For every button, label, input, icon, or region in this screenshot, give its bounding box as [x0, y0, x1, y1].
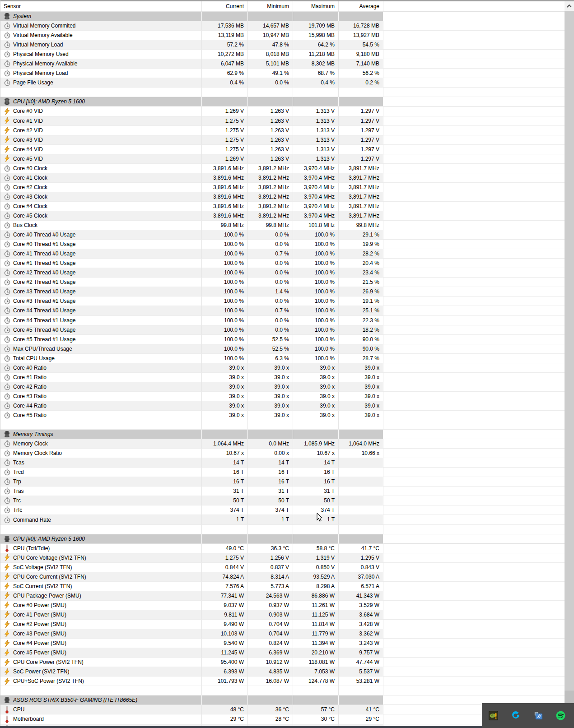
- sensor-row[interactable]: Core #0 VID1.269 V1.263 V1.313 V1.297 V: [0, 107, 565, 116]
- value-cell-maximum: 39.0 x: [293, 392, 339, 401]
- value-cell-minimum: 39.0 x: [248, 401, 293, 411]
- section-header-row[interactable]: CPU [#0]: AMD Ryzen 5 1600: [0, 97, 565, 107]
- sensor-row[interactable]: Core #5 Thread #1 Usage100.0 %52.5 %100.…: [0, 335, 565, 344]
- scrollbar-thumb[interactable]: [565, 11, 574, 692]
- sensor-row[interactable]: Core #4 Power (SMU)9.540 W0.824 W11.394 …: [0, 639, 565, 648]
- sensor-row[interactable]: Core #4 Ratio39.0 x39.0 x39.0 x39.0 x: [0, 401, 565, 411]
- sensor-row[interactable]: Memory Clock Ratio10.67 x0.00 x10.67 x10…: [0, 449, 565, 458]
- row-filler: [383, 382, 565, 392]
- spotify-icon[interactable]: [556, 711, 565, 720]
- sensor-row[interactable]: Core #2 Thread #1 Usage100.0 %0.0 %100.0…: [0, 278, 565, 287]
- value-cell-average: 1,064.0 MHz: [339, 439, 383, 449]
- sensor-row[interactable]: Core #4 Thread #0 Usage100.0 %0.7 %100.0…: [0, 306, 565, 315]
- scroll-up-button[interactable]: [565, 1, 574, 11]
- sensor-row[interactable]: Trp16 T16 T16 T: [0, 477, 565, 487]
- sensor-row[interactable]: Core #5 Clock3,891.6 MHz3,891.2 MHz3,970…: [0, 211, 565, 221]
- vertical-scrollbar[interactable]: [565, 1, 574, 728]
- sensor-row[interactable]: Core #4 Clock3,891.6 MHz3,891.2 MHz3,970…: [0, 202, 565, 211]
- sensor-row[interactable]: Memory Clock1,064.4 MHz0.0 MHz1,085.9 MH…: [0, 439, 565, 449]
- sensor-row[interactable]: Page File Usage0.4 %0.0 %0.4 %0.2 %: [0, 78, 565, 88]
- sensor-row[interactable]: Core #2 Thread #0 Usage100.0 %0.0 %100.0…: [0, 268, 565, 278]
- value-cell-minimum: 36 °C: [248, 705, 293, 714]
- scrollbar-thumb-end[interactable]: [565, 691, 574, 705]
- section-header-row[interactable]: ASUS ROG STRIX B350-F GAMING (ITE IT8665…: [0, 696, 565, 705]
- value-cell-maximum: 100.0 %: [293, 268, 339, 278]
- sensor-row[interactable]: Max CPU/Thread Usage100.0 %52.5 %100.0 %…: [0, 344, 565, 354]
- sensor-row[interactable]: Tras31 T31 T31 T: [0, 487, 565, 496]
- sensor-row[interactable]: SoC Current (SVI2 TFN)7.576 A5.773 A8.29…: [0, 582, 565, 591]
- sensor-row[interactable]: Physical Memory Load62.9 %49.1 %68.7 %56…: [0, 69, 565, 78]
- sensor-row[interactable]: CPU+SoC Power (SVI2 TFN)101.793 W16.087 …: [0, 677, 565, 686]
- sensor-row[interactable]: Command Rate1 T1 T1 T: [0, 515, 565, 524]
- sensor-row[interactable]: Core #5 Power (SMU)11.245 W6.369 W20.210…: [0, 648, 565, 658]
- sensor-row[interactable]: Core #4 Thread #1 Usage100.0 %0.0 %100.0…: [0, 316, 565, 325]
- sensor-row[interactable]: Core #0 Ratio39.0 x39.0 x39.0 x39.0 x: [0, 363, 565, 373]
- sensor-row[interactable]: CPU (Tctl/Tdie)49.0 °C36.3 °C58.8 °C41.7…: [0, 544, 565, 553]
- hardware-alert-icon[interactable]: [489, 711, 498, 720]
- sensor-row[interactable]: Core #0 Thread #1 Usage100.0 %0.0 %100.0…: [0, 240, 565, 249]
- sensor-row[interactable]: Core #3 Thread #1 Usage100.0 %0.0 %100.0…: [0, 297, 565, 306]
- column-header-sensor[interactable]: Sensor: [0, 1, 202, 11]
- sensor-row[interactable]: CPU48 °C36 °C57 °C41 °C: [0, 705, 565, 714]
- value-cell-maximum: 11.125 W: [293, 610, 339, 620]
- value-cell-minimum: 5.773 A: [248, 582, 293, 591]
- sensor-row[interactable]: Total CPU Usage100.0 %6.3 %100.0 %28.7 %: [0, 354, 565, 363]
- section-title: CPU [#0]: AMD Ryzen 5 1600: [13, 97, 85, 106]
- section-header-row[interactable]: System: [0, 12, 565, 21]
- sensor-row[interactable]: Core #0 Power (SMU)9.037 W0.937 W11.261 …: [0, 601, 565, 610]
- section-header-row[interactable]: Memory Timings: [0, 430, 565, 439]
- sensor-row[interactable]: Core #1 Thread #1 Usage100.0 %0.0 %100.0…: [0, 259, 565, 268]
- sensor-row[interactable]: Physical Memory Used10,272 MB8,018 MB11,…: [0, 50, 565, 59]
- sensor-row[interactable]: CPU Core Current (SVI2 TFN)74.824 A8.314…: [0, 572, 565, 582]
- sensor-row[interactable]: Tcas14 T14 T14 T: [0, 458, 565, 468]
- sensor-row[interactable]: Core #4 VID1.275 V1.263 V1.313 V1.297 V: [0, 145, 565, 154]
- sensor-label-cell: Virtual Memory Available: [0, 31, 202, 40]
- sensor-row[interactable]: Bus Clock99.8 MHz99.8 MHz101.8 MHz99.8 M…: [0, 221, 565, 230]
- sensor-row[interactable]: Virtual Memory Available13,119 MB10,947 …: [0, 31, 565, 40]
- sensor-label-cell: CPU Core Current (SVI2 TFN): [0, 572, 202, 582]
- column-header-maximum[interactable]: Maximum: [293, 1, 339, 11]
- sensor-row[interactable]: SoC Voltage (SVI2 TFN)0.844 V0.837 V0.85…: [0, 563, 565, 572]
- sensor-row[interactable]: Core #3 VID1.275 V1.263 V1.313 V1.297 V: [0, 135, 565, 145]
- asus-utility-icon[interactable]: [533, 711, 543, 720]
- sensor-row[interactable]: Core #2 Ratio39.0 x39.0 x39.0 x39.0 x: [0, 382, 565, 392]
- sensor-row[interactable]: Trcd16 T16 T16 T: [0, 468, 565, 477]
- sensor-row[interactable]: Core #3 Thread #0 Usage100.0 %1.4 %100.0…: [0, 287, 565, 297]
- sensor-row[interactable]: Core #1 Clock3,891.6 MHz3,891.2 MHz3,970…: [0, 173, 565, 183]
- sensor-row[interactable]: Core #5 VID1.269 V1.263 V1.313 V1.297 V: [0, 154, 565, 164]
- value-cell-average: 3,891.7 MHz: [339, 164, 383, 173]
- column-header-average[interactable]: Average: [339, 1, 383, 11]
- sensor-row[interactable]: Physical Memory Available6,047 MB5,101 M…: [0, 59, 565, 69]
- sensor-row[interactable]: CPU Package Power (SMU)77.341 W24.563 W8…: [0, 591, 565, 601]
- sensor-row[interactable]: CPU Core Voltage (SVI2 TFN)1.275 V1.256 …: [0, 553, 565, 563]
- sensor-row[interactable]: SoC Power (SVI2 TFN)6.393 W4.835 W7.053 …: [0, 667, 565, 677]
- value-cell-average: 28.7 %: [339, 354, 383, 363]
- column-header-current[interactable]: Current: [202, 1, 248, 11]
- sensor-row[interactable]: Core #2 Clock3,891.6 MHz3,891.2 MHz3,970…: [0, 183, 565, 192]
- sensor-row[interactable]: Core #3 Power (SMU)10.103 W0.704 W11.779…: [0, 629, 565, 639]
- sensor-row[interactable]: Core #3 Clock3,891.6 MHz3,891.2 MHz3,970…: [0, 192, 565, 202]
- section-label-cell: CPU [#0]: AMD Ryzen 5 1600: [0, 534, 202, 544]
- sensor-row[interactable]: Virtual Memory Commited17,536 MB14,657 M…: [0, 21, 565, 31]
- sensor-row[interactable]: Core #1 VID1.275 V1.263 V1.313 V1.297 V: [0, 116, 565, 126]
- sensor-row[interactable]: Trfc374 T374 T374 T: [0, 505, 565, 515]
- sensor-row[interactable]: Core #1 Ratio39.0 x39.0 x39.0 x39.0 x: [0, 373, 565, 382]
- logitech-g-icon[interactable]: [511, 711, 520, 720]
- clock-icon: [4, 260, 10, 267]
- sensor-row[interactable]: Core #5 Thread #0 Usage100.0 %0.0 %100.0…: [0, 325, 565, 335]
- sensor-row[interactable]: Virtual Memory Load57.2 %47.8 %64.2 %54.…: [0, 40, 565, 50]
- sensor-row[interactable]: Core #5 Ratio39.0 x39.0 x39.0 x39.0 x: [0, 411, 565, 420]
- sensor-row[interactable]: Core #3 Ratio39.0 x39.0 x39.0 x39.0 x: [0, 392, 565, 401]
- section-header-row[interactable]: CPU [#0]: AMD Ryzen 5 1600: [0, 534, 565, 544]
- value-cell-minimum: 52.5 %: [248, 335, 293, 344]
- sensor-row[interactable]: Core #1 Thread #0 Usage100.0 %0.7 %100.0…: [0, 249, 565, 259]
- sensor-row[interactable]: Core #1 Power (SMU)9.811 W0.903 W11.125 …: [0, 610, 565, 620]
- sensor-row[interactable]: Core #0 Thread #0 Usage100.0 %0.0 %100.0…: [0, 230, 565, 240]
- sensor-row[interactable]: Core #2 Power (SMU)9.490 W0.704 W11.814 …: [0, 620, 565, 629]
- sensor-row[interactable]: Core #2 VID1.275 V1.263 V1.313 V1.297 V: [0, 126, 565, 135]
- sensor-row[interactable]: Trc50 T50 T50 T: [0, 496, 565, 505]
- sensor-row[interactable]: CPU Core Power (SVI2 TFN)95.400 W10.912 …: [0, 658, 565, 667]
- column-header-minimum[interactable]: Minimum: [248, 1, 293, 11]
- sensor-row[interactable]: Core #0 Clock3,891.6 MHz3,891.2 MHz3,970…: [0, 164, 565, 173]
- sensor-row[interactable]: Motherboard29 °C28 °C30 °C29 °C: [0, 714, 565, 724]
